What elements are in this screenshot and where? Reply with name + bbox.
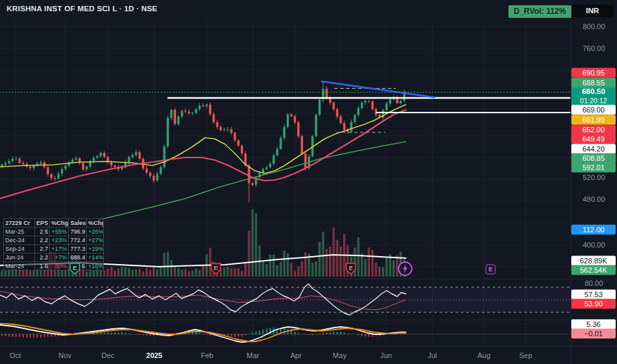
- chart-window: KRISHNA INST OF MED SCI L · 1D · NSE D_R…: [0, 0, 617, 364]
- current-price-value: 680.50: [571, 87, 616, 97]
- table-row: Mar-252.5+55%796.9+26%: [4, 228, 104, 236]
- axis-time-label: Mar: [247, 351, 260, 359]
- table-cell: +27%: [87, 236, 104, 245]
- axis-time-label: Sep: [519, 351, 532, 359]
- table-cell: +26%: [87, 228, 104, 236]
- table-cell: 772.4: [69, 236, 87, 245]
- price-badge: 649.49: [571, 134, 616, 144]
- price-badge: 690.95: [571, 68, 616, 78]
- price-badge: 652.00: [571, 125, 616, 135]
- table-header-cell: 27229 Cr: [4, 219, 35, 228]
- table-row: Sep-242.7+17%777.3+19%: [4, 245, 104, 253]
- price-badge: 628.89K: [571, 256, 616, 266]
- price-badge: 592.01: [571, 163, 616, 173]
- price-badge: 608.85: [571, 154, 616, 163]
- axis-time-label: May: [333, 351, 347, 359]
- axis-time-label: Jul: [428, 351, 437, 359]
- bar-countdown-timer: 01:20:12: [571, 97, 616, 105]
- table-header-cell: EPS: [34, 219, 50, 228]
- axis-price-label: 400.00: [572, 241, 616, 249]
- table-cell: +17%: [50, 245, 69, 253]
- table-header-cell: %Chg: [50, 219, 69, 228]
- fundamentals-table: 27229 CrEPS%ChgSales%ChgMar-252.5+55%796…: [3, 218, 104, 271]
- earnings-shield-icon[interactable]: E: [346, 263, 357, 278]
- table-cell: +7%: [50, 253, 69, 262]
- table-cell: +23%: [50, 236, 69, 245]
- earnings-shield-icon[interactable]: E: [70, 263, 81, 278]
- currency-button[interactable]: INR: [572, 5, 613, 17]
- price-badge: 57.53: [571, 290, 616, 300]
- table-cell: 796.9: [69, 228, 87, 236]
- table-cell: Mar-24: [4, 262, 35, 271]
- table-row: Jun-242.2+7%688.4+14%: [4, 253, 104, 262]
- price-badge: 53.90: [571, 299, 616, 309]
- price-badge: 562.54K: [571, 265, 616, 275]
- upcoming-earnings-icon[interactable]: E: [486, 265, 496, 275]
- axis-price-label: 520.00: [572, 173, 616, 181]
- table-row: Dec-242.2+23%772.4+27%: [4, 236, 104, 245]
- table-cell: Dec-24: [4, 236, 35, 245]
- axis-price-label: 80.00: [572, 279, 616, 287]
- svg-text:E: E: [349, 265, 353, 271]
- axis-time-label: 2025: [146, 351, 162, 359]
- axis-time-label: Dec: [101, 351, 115, 359]
- table-cell: 2.2: [34, 236, 50, 245]
- price-badge: 644.20: [571, 144, 616, 154]
- price-badge: 661.99: [571, 115, 616, 125]
- table-cell: 688.4: [69, 253, 87, 262]
- table-header-cell: %Chg: [87, 219, 104, 228]
- table-cell: +19%: [87, 245, 104, 253]
- rvol-indicator-badge[interactable]: D_RVol: 112%: [508, 5, 571, 18]
- symbol-title[interactable]: KRISHNA INST OF MED SCI L · 1D · NSE: [7, 5, 158, 13]
- svg-text:E: E: [73, 265, 77, 271]
- table-header-cell: Sales: [69, 219, 87, 228]
- price-badge: 112.00: [571, 225, 616, 235]
- chart-canvas[interactable]: [0, 0, 617, 364]
- axis-price-label: 760.00: [572, 44, 616, 52]
- table-cell: 2.5: [34, 228, 50, 236]
- axis-time-label: Nov: [58, 351, 71, 359]
- price-badge: −0.01: [571, 329, 616, 339]
- axis-time-label: Jun: [380, 351, 392, 359]
- table-cell: Sep-24: [4, 245, 35, 253]
- flash-event-icon[interactable]: [397, 261, 413, 279]
- earnings-shield-icon[interactable]: E: [211, 263, 222, 278]
- table-cell: +55%: [50, 228, 69, 236]
- axis-time-label: Aug: [477, 351, 491, 359]
- table-cell: -30%: [50, 262, 69, 271]
- table-cell: 777.3: [69, 245, 87, 253]
- price-badge: 5.36: [571, 320, 616, 330]
- table-cell: 1.6: [34, 262, 50, 271]
- price-badge: 669.00: [571, 105, 616, 115]
- price-badge: 688.55: [571, 77, 616, 87]
- table-cell: Mar-25: [4, 228, 35, 236]
- table-cell: 2.7: [34, 245, 50, 253]
- table-row: Mar-241.6-30%6+16%: [4, 262, 104, 271]
- table-cell: Jun-24: [4, 253, 35, 262]
- table-cell: 2.2: [34, 253, 50, 262]
- axis-time-label: Feb: [201, 351, 214, 359]
- table-cell: +14%: [87, 253, 104, 262]
- axis-time-label: Oct: [9, 351, 21, 359]
- current-price-countdown: 680.50 01:20:12: [571, 87, 616, 106]
- table-cell: +16%: [87, 262, 104, 271]
- axis-price-label: 800.00: [572, 23, 616, 30]
- svg-text:E: E: [214, 265, 218, 271]
- axis-price-label: 480.00: [572, 195, 616, 203]
- axis-time-label: Apr: [290, 351, 301, 359]
